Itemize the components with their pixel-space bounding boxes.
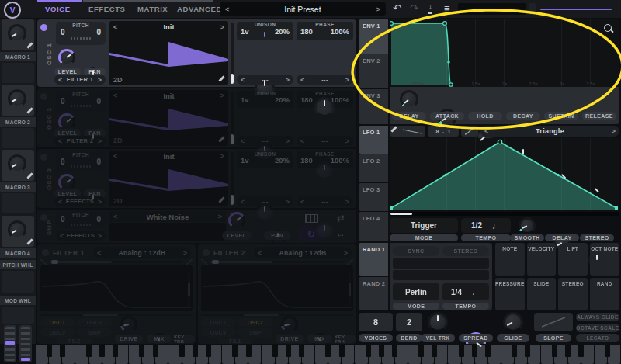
lfo-tempo-value[interactable]: 1/2 [471,221,482,230]
filter1-mode-selector[interactable]: < Analog : 12dB > [93,247,191,258]
filter1-response-display[interactable] [40,265,193,311]
osc1-phase-random[interactable]: 100% [331,27,349,36]
osc1-waveform-display[interactable]: < Init > 2D [109,21,228,85]
filter2-drive-knob[interactable] [281,316,298,333]
filter1-input-fil2[interactable]: FIL2 [57,338,92,344]
filter2-input-osc2[interactable]: OSC2 [238,318,272,327]
tab-rand2[interactable]: RAND 2 [359,277,388,310]
note-icon[interactable]: ♩ [492,221,501,231]
rand-mode-value[interactable]: Perlin [405,288,427,296]
osc1-unison-voices[interactable]: 1v [241,27,249,36]
menu-icon[interactable]: ≡ [444,2,450,14]
env-release-knob[interactable] [590,183,609,202]
osc1-phase-selector[interactable]: < --- > [297,75,353,85]
tab-matrix[interactable]: MATRIX [137,0,168,18]
sample-prev-icon[interactable]: < [113,213,117,220]
mod-source-velocity[interactable]: VELOCITY [527,243,557,276]
wavetable-next-icon[interactable]: > [220,152,224,160]
black-key[interactable] [179,345,185,357]
preset-next-icon[interactable]: > [376,5,380,13]
wavetable-prev-icon[interactable]: < [113,92,117,99]
wave-edit-pencil-icon[interactable] [217,136,225,144]
vel-trk-knob[interactable] [428,312,448,332]
wavetable-next-icon[interactable]: > [220,23,224,31]
chevron-left-icon[interactable]: < [60,232,64,240]
chevron-left-icon[interactable]: < [241,198,245,206]
black-key[interactable] [246,345,252,357]
osc1-power-button[interactable] [40,24,47,31]
osc3-level-knob[interactable] [58,174,75,191]
osc2-level-meter[interactable] [231,92,234,144]
black-key[interactable] [272,345,278,357]
macro2-mod-area[interactable] [2,128,34,148]
chevron-right-icon[interactable]: > [183,249,187,257]
rand-tempo-box[interactable]: 1/4 ♩ [442,283,489,300]
env-delay-knob[interactable] [400,90,418,109]
filter2-input-fil1[interactable]: FIL1 [218,338,252,344]
chevron-right-icon[interactable]: > [286,76,290,84]
chevron-left-icon[interactable]: < [258,249,262,257]
osc3-phase-selector[interactable]: < --- > [297,196,353,206]
pitch-wheel-mod-area[interactable] [2,271,34,293]
magnifier-icon[interactable] [604,24,612,32]
always-glide-toggle[interactable]: ALWAYS GLIDE [576,313,619,321]
mod-wheel-mod-area[interactable] [2,307,34,324]
osc1-unison-detune[interactable]: 20% [275,27,290,36]
tab-lfo2[interactable]: LFO 2 [359,154,388,182]
osc3-waveform-display[interactable]: < Init > 2D [109,151,228,206]
preset-browser[interactable]: < Init Preset > [220,2,386,16]
lfo-smooth-knob[interactable] [519,217,536,234]
chevron-right-icon[interactable]: > [612,127,616,135]
osc1-transpose[interactable]: 0 [61,28,65,36]
chevron-right-icon[interactable]: > [345,137,349,145]
sample-tune[interactable]: 0 [96,215,101,224]
black-key[interactable] [113,345,118,357]
env-decay-knob[interactable] [514,146,533,165]
osc1-wavetable-name[interactable]: Init [163,23,174,31]
macro1-knob[interactable] [8,24,26,43]
osc1-tune[interactable]: 0 [96,28,101,36]
osc2-unison-voices[interactable]: 1v [241,95,249,104]
transpose-snap-dots[interactable] [71,224,91,226]
filter1-resonance-slider[interactable] [188,272,190,306]
mod-source-random[interactable]: RAND [590,278,620,310]
mod-source-pressure[interactable]: PRESSURE [495,278,525,310]
save-icon[interactable]: ↓ [428,2,432,14]
black-key[interactable] [193,345,198,357]
osc3-phase-box[interactable]: 180 PHASE 100% [297,151,353,168]
osc2-level-knob[interactable] [58,113,75,130]
black-key[interactable] [366,345,371,357]
mod-wheel[interactable] [19,325,32,362]
lfo-delay-knob[interactable] [553,234,571,251]
pencil-icon[interactable] [26,172,33,180]
osc2-phase-value[interactable]: 180 [300,95,313,104]
sample-title-bar[interactable]: < White Noise > [109,211,226,222]
osc3-wavetable-name[interactable]: Init [163,152,174,161]
lfo-stereo-knob[interactable] [588,251,605,269]
transpose-snap-dots[interactable] [71,37,91,40]
tab-env2[interactable]: ENV 2 [359,54,388,88]
black-key[interactable] [578,345,584,357]
chevron-left-icon[interactable]: < [241,137,245,145]
chevron-left-icon[interactable]: < [58,76,62,84]
filter2-mode-selector[interactable]: < Analog : 12dB > [254,247,352,258]
voices-value[interactable]: 8 [359,313,393,331]
lfo-tempo-box[interactable]: 1/2 ♩ [461,218,511,233]
filter1-power-button[interactable] [42,249,49,256]
filter1-input-osc1[interactable]: OSC1 [40,318,75,327]
mod-source-note[interactable]: NOTE [495,243,525,276]
undo-icon[interactable]: ↶ [393,2,401,14]
macro1-mod-area[interactable] [2,63,34,83]
env-hold-knob[interactable] [476,127,494,146]
osc2-pan-knob[interactable] [85,131,101,147]
black-key[interactable] [153,345,158,357]
osc2-transpose[interactable]: 0 [61,97,65,106]
macro3-knob[interactable] [8,154,26,173]
rand-sync-button[interactable]: SYNC [393,246,439,256]
scrollbar-handle[interactable] [390,213,412,215]
octave-scale-toggle[interactable]: OCTAVE SCALE [576,324,619,332]
preset-prev-icon[interactable]: < [225,5,229,13]
envelope-display[interactable]: 500m 1s 1.5s 2s 2.5s 3s 3.5s [390,19,619,87]
tab-voice[interactable]: VOICE [45,0,71,18]
wavetable-next-icon[interactable]: > [220,92,224,99]
